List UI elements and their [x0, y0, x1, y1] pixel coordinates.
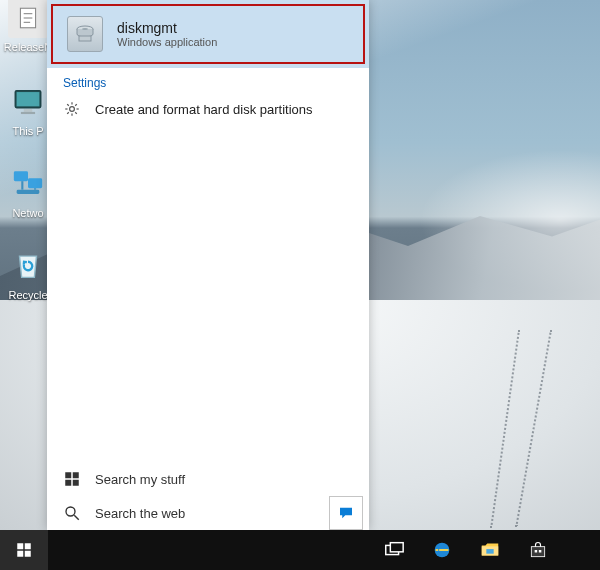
svg-point-14: [82, 28, 88, 30]
taskbar-store[interactable]: [514, 530, 562, 570]
search-my-stuff[interactable]: Search my stuff: [47, 462, 369, 496]
task-view-icon: [383, 539, 405, 561]
best-match-title: diskmgmt: [117, 20, 217, 36]
taskbar-taskview[interactable]: [370, 530, 418, 570]
svg-rect-41: [486, 549, 493, 554]
svg-rect-44: [539, 550, 542, 553]
svg-line-21: [67, 104, 69, 106]
results-empty-area: [47, 124, 369, 462]
svg-rect-28: [73, 480, 79, 486]
svg-point-29: [66, 507, 75, 516]
search-my-stuff-label: Search my stuff: [95, 472, 185, 487]
svg-rect-38: [390, 543, 403, 552]
chat-bubble-icon: [337, 504, 355, 522]
taskbar-ie[interactable]: [418, 530, 466, 570]
taskbar-file-explorer[interactable]: [466, 530, 514, 570]
svg-point-16: [70, 107, 75, 112]
feedback-button[interactable]: [329, 496, 363, 530]
wallpaper-snow-tracks: [528, 330, 530, 530]
best-match-subtitle: Windows application: [117, 36, 217, 48]
best-match-diskmgmt[interactable]: diskmgmt Windows application: [51, 4, 365, 64]
disk-drive-icon: [67, 16, 103, 52]
gear-icon: [63, 100, 81, 118]
settings-result-label: Create and format hard disk partitions: [95, 102, 313, 117]
search-results-panel: diskmgmt Windows application Settings Cr…: [47, 0, 369, 530]
svg-rect-42: [531, 547, 544, 557]
ie-icon: [431, 539, 453, 561]
svg-rect-15: [79, 36, 91, 41]
svg-rect-35: [17, 551, 23, 557]
search-the-web-label: Search the web: [95, 506, 185, 521]
windows-square-icon: [63, 470, 81, 488]
store-icon: [528, 540, 548, 560]
folder-icon: [479, 539, 501, 561]
svg-rect-26: [73, 472, 79, 478]
svg-line-22: [75, 112, 77, 114]
svg-rect-27: [65, 480, 71, 486]
svg-rect-34: [25, 543, 31, 549]
best-match-section: diskmgmt Windows application: [47, 0, 369, 68]
svg-rect-36: [25, 551, 31, 557]
windows-logo-icon: [15, 541, 33, 559]
search-footer: Search my stuff Search the web: [47, 462, 369, 530]
svg-rect-25: [65, 472, 71, 478]
start-button[interactable]: [0, 530, 48, 570]
search-the-web[interactable]: Search the web: [47, 496, 329, 530]
svg-line-24: [75, 104, 77, 106]
svg-rect-33: [17, 543, 23, 549]
settings-result-format-partitions[interactable]: Create and format hard disk partitions: [47, 94, 369, 124]
svg-line-23: [67, 112, 69, 114]
settings-section-label: Settings: [47, 68, 369, 94]
taskbar: [0, 530, 600, 570]
svg-rect-43: [535, 550, 538, 553]
svg-line-30: [74, 515, 79, 520]
search-icon: [63, 504, 81, 522]
